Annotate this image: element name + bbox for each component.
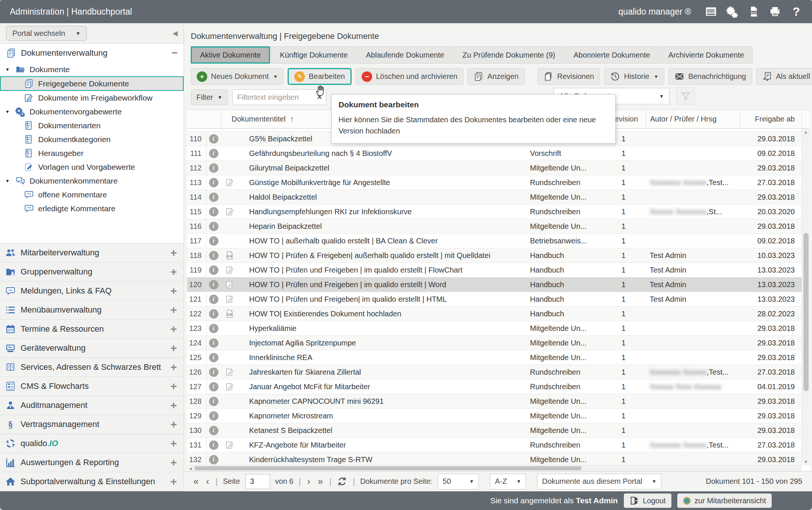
caret-down-icon[interactable]: ▼ — [5, 67, 15, 72]
sidebar-section-menübaumverwaltung[interactable]: Menübaumverwaltung+ — [0, 301, 184, 320]
sidebar-item-dokumente[interactable]: ▼Dokumente — [0, 62, 184, 76]
info-icon[interactable]: i — [209, 368, 218, 377]
info-icon[interactable]: i — [209, 280, 218, 289]
tab-zu-prüfende-dokumente-9[interactable]: Zu Prüfende Dokumente (9) — [454, 46, 564, 64]
sidebar-section-auswertungen-reporting[interactable]: Auswertungen & Reporting+ — [0, 453, 184, 472]
info-icon[interactable]: i — [209, 193, 218, 202]
document-title[interactable]: KFZ-Angebote für Mitarbeiter — [239, 438, 526, 452]
sidebar-item-dokumentkategorien[interactable]: Dokumentkategorien — [0, 132, 184, 146]
document-title[interactable]: HOW TO | Prüfen und Freigeben | im quali… — [239, 263, 526, 277]
scroll-left-icon[interactable]: ◄ — [189, 466, 193, 471]
table-row[interactable]: 117iHOW TO | außerhalb qualido erstellt … — [187, 234, 802, 248]
info-icon[interactable]: i — [209, 338, 218, 348]
table-row[interactable]: 113iGünstige Mobilfunkverträge für Anges… — [187, 175, 802, 190]
tab-abonnierte-dokumente[interactable]: Abonnierte Dokumente — [565, 46, 659, 64]
table-row[interactable]: 124iInjectomat Agilia SpritzenpumpeMitge… — [187, 336, 802, 350]
sidebar-section-meldungen-links-faq[interactable]: Meldungen, Links & FAQ+ — [0, 282, 184, 301]
benachrichtigung-button[interactable]: Benachrichtigung — [668, 68, 752, 85]
caret-down-icon[interactable]: ▼ — [5, 109, 15, 114]
sidebar-item-offene-kommentare[interactable]: offene Kommentare — [0, 188, 184, 202]
sidebar-section-qualido-io[interactable]: qualido.IO+ — [0, 434, 184, 453]
expand-section-icon[interactable]: + — [170, 419, 177, 430]
expand-section-icon[interactable]: + — [170, 285, 177, 297]
filter-button[interactable]: Filter ▼ — [191, 89, 228, 105]
info-icon[interactable]: i — [209, 455, 218, 464]
document-title[interactable]: Günstige Mobilfunkverträge für Angestell… — [239, 175, 526, 190]
expand-section-icon[interactable]: + — [170, 457, 177, 468]
sidebar-section-services-adressen-schwarzes-brett[interactable]: Services, Adressen & Schwarzes Brett+ — [0, 358, 184, 377]
info-icon[interactable]: i — [209, 134, 218, 144]
info-icon[interactable]: i — [209, 222, 218, 231]
employee-view-button[interactable]: zur Mitarbeiteransicht — [677, 494, 772, 508]
document-title[interactable]: HOW TO| Existierendes Dokument hochladen — [239, 307, 526, 321]
sidebar-section-mitarbeiterverwaltung[interactable]: Mitarbeiterverwaltung+ — [0, 243, 184, 262]
barcode-icon[interactable] — [705, 6, 717, 18]
scroll-up-icon[interactable]: ▲ — [802, 130, 810, 134]
document-title[interactable]: Innerklinische REA — [239, 350, 526, 365]
table-row[interactable]: 123iHyperkaliämieMitgeltende Un...129.03… — [187, 321, 802, 336]
expand-section-icon[interactable]: + — [170, 247, 177, 258]
table-row[interactable]: 126iJahreskarten für Skiarena ZillertalR… — [187, 365, 802, 380]
sidebar-item-erledigte-kommentare[interactable]: erledigte Kommentare — [0, 202, 184, 215]
table-row[interactable]: 118iPDFHOW TO | Prüfen & Freigeben| auße… — [187, 248, 802, 263]
portal-scope-dropdown[interactable]: Dokumente aus diesem Portal ▼ — [537, 474, 661, 489]
sort-order-dropdown[interactable]: A-Z ▼ — [490, 474, 526, 489]
sidebar-item-dokumentenvorgabewerte[interactable]: ▼Dokumentenvorgabewerte — [0, 105, 184, 119]
sidebar-section-auditmanagement[interactable]: Auditmanagement+ — [0, 396, 184, 415]
info-icon[interactable]: i — [209, 178, 218, 187]
info-icon[interactable]: i — [209, 397, 218, 406]
revisionen-button[interactable]: Revisionen — [537, 68, 600, 85]
table-row[interactable]: 130iKetanest S BeipackzettelMitgeltende … — [187, 423, 802, 438]
portal-switch-button[interactable]: Portal wechseln ▼ — [6, 26, 87, 41]
sidebar-section-termine-ressourcen[interactable]: Termine & Ressourcen+ — [0, 320, 184, 339]
info-icon[interactable]: i — [209, 440, 218, 450]
vertical-scrollbar[interactable]: ▲ ▼ — [802, 129, 810, 465]
sidebar-section-subportalverwaltung-einstellungen[interactable]: Subportalverwaltung & Einstellungen+ — [0, 472, 184, 491]
info-icon[interactable]: i — [209, 265, 218, 275]
info-icon[interactable]: i — [209, 324, 218, 333]
vertical-scroll-thumb[interactable] — [803, 233, 809, 391]
table-row[interactable]: 120iHOW TO | Prüfen und Freigeben | im q… — [187, 277, 802, 292]
info-icon[interactable]: i — [209, 163, 218, 173]
info-icon[interactable]: i — [209, 236, 218, 246]
first-page-button[interactable]: « — [192, 477, 200, 486]
table-row[interactable]: 119iHOW TO | Prüfen und Freigeben | im q… — [187, 263, 802, 277]
bearbeiten-button[interactable]: ✎Bearbeiten — [288, 68, 352, 85]
table-row[interactable]: 122iPPTHOW TO| Existierendes Dokument ho… — [187, 307, 802, 321]
document-title[interactable]: HOW TO | Prüfen und Freigeben| im qualid… — [239, 292, 526, 306]
document-title[interactable]: Handlungsempfehlungen RKI zur Infektions… — [239, 205, 526, 219]
table-row[interactable]: 131iKFZ-Angebote für MitarbeiterRundschr… — [187, 438, 802, 452]
logout-button[interactable]: Logout — [624, 494, 671, 508]
document-title[interactable]: Kapnometer Microstream — [239, 409, 526, 423]
document-title[interactable]: Injectomat Agilia Spritzenpumpe — [239, 336, 526, 350]
table-row[interactable]: 112iGilurytmal BeipackzettelMitgeltende … — [187, 161, 802, 175]
info-icon[interactable]: i — [209, 251, 218, 260]
expand-section-icon[interactable]: + — [170, 266, 177, 277]
horizontal-scroll-thumb[interactable] — [194, 466, 582, 470]
scroll-down-icon[interactable]: ▼ — [802, 460, 810, 464]
print-icon[interactable] — [769, 6, 781, 18]
expand-section-icon[interactable]: + — [170, 362, 177, 373]
table-row[interactable]: 129iKapnometer MicrostreamMitgeltende Un… — [187, 409, 802, 423]
anzeigen-button[interactable]: Anzeigen — [468, 68, 524, 85]
prev-page-button[interactable]: ‹ — [205, 477, 210, 486]
per-page-dropdown[interactable]: 50 ▼ — [438, 474, 479, 489]
document-title[interactable]: Kinderrückhaltesystem Trage S-RTW — [239, 452, 526, 465]
tab-ablaufende-dokumente[interactable]: Ablaufende Dokumente — [358, 46, 453, 64]
info-icon[interactable]: i — [209, 382, 218, 391]
document-title[interactable]: Jahreskarten für Skiarena Zillertal — [239, 365, 526, 379]
last-page-button[interactable]: » — [317, 477, 324, 486]
expand-section-icon[interactable]: + — [170, 304, 177, 316]
table-row[interactable]: 125iInnerklinische REAMitgeltende Un...1… — [187, 350, 802, 365]
löschen-und-archivieren-button[interactable]: −Löschen und archivieren — [356, 68, 463, 85]
sidebar-item-dokumentenkommentare[interactable]: ▼Dokumentenkommentare — [0, 174, 184, 188]
sort-ascending-icon[interactable]: ↑ — [290, 115, 294, 123]
clear-filter-icon[interactable]: ✕ — [316, 93, 322, 101]
expand-section-icon[interactable]: + — [170, 323, 177, 335]
sidebar-item-vorlagen-und-vorgabewerte[interactable]: Vorlagen und Vorgabewerte — [0, 160, 184, 174]
sidebar-item-dokumente-im-freigabeworkflow[interactable]: Dokumente im Freigabeworkflow — [0, 91, 184, 105]
expand-section-icon[interactable]: + — [170, 381, 177, 392]
tab-künftige-dokumente[interactable]: Künftige Dokumente — [271, 46, 356, 64]
xlsx-export-icon[interactable]: XLSX — [748, 6, 760, 18]
table-row[interactable]: 128iKapnometer CAPNOCOUNT mini 96291Mitg… — [187, 394, 802, 409]
